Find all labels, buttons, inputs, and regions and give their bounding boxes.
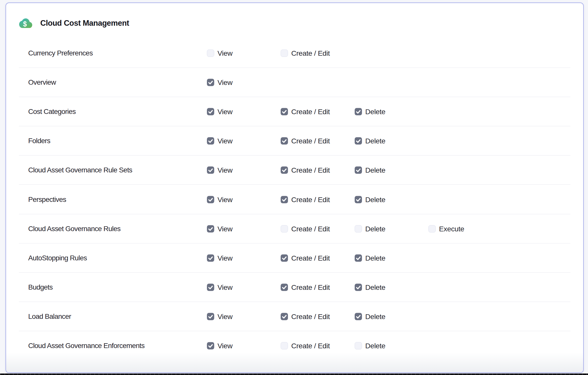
checkbox-label: View — [217, 166, 233, 174]
permission-create-edit-checked[interactable]: Create / Edit — [281, 312, 330, 321]
permission-create-edit-unchecked[interactable]: Create / Edit — [281, 49, 330, 57]
checkbox-unchecked[interactable] — [355, 342, 362, 349]
permission-view-checked[interactable]: View — [207, 195, 233, 204]
check-icon — [207, 196, 214, 203]
permission-delete-checked[interactable]: Delete — [355, 283, 385, 291]
permission-create-edit-unchecked[interactable]: Create / Edit — [281, 225, 330, 233]
checkbox-label: Delete — [365, 225, 385, 233]
checkbox-label: Create / Edit — [291, 108, 330, 116]
check-icon — [207, 284, 214, 291]
checkbox-checked[interactable] — [281, 108, 288, 115]
permission-view-checked[interactable]: View — [207, 225, 233, 233]
checkbox-label: Delete — [365, 341, 385, 350]
permission-row-currency-preferences: Currency PreferencesViewCreate / Edit — [6, 39, 583, 68]
permission-view-checked[interactable]: View — [207, 78, 233, 87]
checkbox-checked[interactable] — [281, 137, 288, 145]
checkbox-checked[interactable] — [207, 254, 214, 262]
permission-view-checked[interactable]: View — [207, 166, 233, 174]
permission-row-budgets: BudgetsViewCreate / EditDelete — [6, 273, 583, 302]
permission-row-cost-categories: Cost CategoriesViewCreate / EditDelete — [6, 97, 583, 126]
dollar-sign-glyph: $ — [23, 20, 27, 28]
check-icon — [207, 108, 214, 115]
checkbox-label: Delete — [365, 166, 385, 174]
permission-create-edit-checked[interactable]: Create / Edit — [281, 254, 330, 262]
permission-row-overview: OverviewView — [6, 68, 583, 97]
checkbox-checked[interactable] — [207, 342, 214, 349]
permission-delete-checked[interactable]: Delete — [355, 108, 385, 116]
checkbox-label: View — [217, 283, 233, 291]
checkbox-checked[interactable] — [355, 196, 362, 203]
permission-delete-checked[interactable]: Delete — [355, 166, 385, 174]
permission-row-load-balancer: Load BalancerViewCreate / EditDelete — [6, 302, 583, 331]
checkbox-checked[interactable] — [355, 137, 362, 145]
checkbox-label: View — [217, 108, 233, 116]
checkbox-checked[interactable] — [207, 108, 214, 115]
permission-delete-checked[interactable]: Delete — [355, 195, 385, 204]
checkbox-checked[interactable] — [281, 313, 288, 320]
permission-create-edit-checked[interactable]: Create / Edit — [281, 283, 330, 291]
checkbox-checked[interactable] — [355, 284, 362, 291]
checkbox-label: Delete — [365, 195, 385, 204]
checkbox-checked[interactable] — [207, 137, 214, 145]
permission-create-edit-unchecked[interactable]: Create / Edit — [281, 341, 330, 350]
resource-label: Overview — [28, 78, 56, 86]
permission-create-edit-checked[interactable]: Create / Edit — [281, 195, 330, 204]
checkbox-checked[interactable] — [355, 254, 362, 262]
permission-row-folders: FoldersViewCreate / EditDelete — [6, 126, 583, 155]
checkbox-unchecked[interactable] — [281, 225, 288, 232]
checkbox-label: Create / Edit — [291, 137, 330, 145]
permission-create-edit-checked[interactable]: Create / Edit — [281, 108, 330, 116]
checkbox-unchecked[interactable] — [281, 50, 288, 57]
permission-view-checked[interactable]: View — [207, 312, 233, 321]
resource-label: Cloud Asset Governance Enforcements — [28, 342, 144, 350]
check-icon — [207, 313, 214, 320]
checkbox-checked[interactable] — [355, 108, 362, 115]
resource-label: Cloud Asset Governance Rules — [28, 225, 121, 233]
permission-delete-checked[interactable]: Delete — [355, 312, 385, 321]
permission-view-checked[interactable]: View — [207, 137, 233, 145]
checkbox-checked[interactable] — [281, 284, 288, 291]
permission-view-unchecked[interactable]: View — [207, 49, 233, 57]
permission-delete-checked[interactable]: Delete — [355, 254, 385, 262]
checkbox-label: Create / Edit — [291, 225, 330, 233]
checkbox-unchecked[interactable] — [355, 225, 362, 232]
checkbox-label: Delete — [365, 312, 385, 321]
checkbox-checked[interactable] — [207, 196, 214, 203]
checkbox-checked[interactable] — [207, 313, 214, 320]
checkbox-unchecked[interactable] — [428, 225, 436, 232]
checkbox-checked[interactable] — [207, 225, 214, 232]
screenshot-viewport: $ Cloud Cost Management Currency Prefere… — [0, 0, 588, 375]
checkbox-checked[interactable] — [207, 284, 214, 291]
checkbox-label: Delete — [365, 254, 385, 262]
checkbox-label: Delete — [365, 108, 385, 116]
checkbox-checked[interactable] — [355, 167, 362, 174]
checkbox-unchecked[interactable] — [281, 342, 288, 349]
checkbox-checked[interactable] — [281, 254, 288, 262]
check-icon — [281, 313, 288, 320]
check-icon — [355, 284, 362, 291]
permission-delete-checked[interactable]: Delete — [355, 137, 385, 145]
checkbox-label: Delete — [365, 137, 385, 145]
permission-execute-unchecked[interactable]: Execute — [428, 225, 464, 233]
resource-label: Perspectives — [28, 196, 66, 204]
checkbox-label: View — [217, 195, 233, 204]
checkbox-checked[interactable] — [207, 79, 214, 86]
check-icon — [355, 313, 362, 320]
permission-view-checked[interactable]: View — [207, 283, 233, 291]
checkbox-checked[interactable] — [281, 196, 288, 203]
checkbox-unchecked[interactable] — [207, 50, 214, 57]
permission-create-edit-checked[interactable]: Create / Edit — [281, 137, 330, 145]
checkbox-label: View — [217, 78, 233, 87]
checkbox-checked[interactable] — [355, 313, 362, 320]
permission-row-cloud-asset-governance-rules: Cloud Asset Governance RulesViewCreate /… — [6, 214, 583, 243]
permission-view-checked[interactable]: View — [207, 108, 233, 116]
permission-view-checked[interactable]: View — [207, 341, 233, 350]
checkbox-label: Delete — [365, 283, 385, 291]
permission-create-edit-checked[interactable]: Create / Edit — [281, 166, 330, 174]
permission-view-checked[interactable]: View — [207, 254, 233, 262]
checkbox-label: View — [217, 312, 233, 321]
checkbox-checked[interactable] — [207, 167, 214, 174]
checkbox-checked[interactable] — [281, 167, 288, 174]
permission-delete-unchecked[interactable]: Delete — [355, 225, 385, 233]
permission-delete-unchecked[interactable]: Delete — [355, 341, 385, 350]
